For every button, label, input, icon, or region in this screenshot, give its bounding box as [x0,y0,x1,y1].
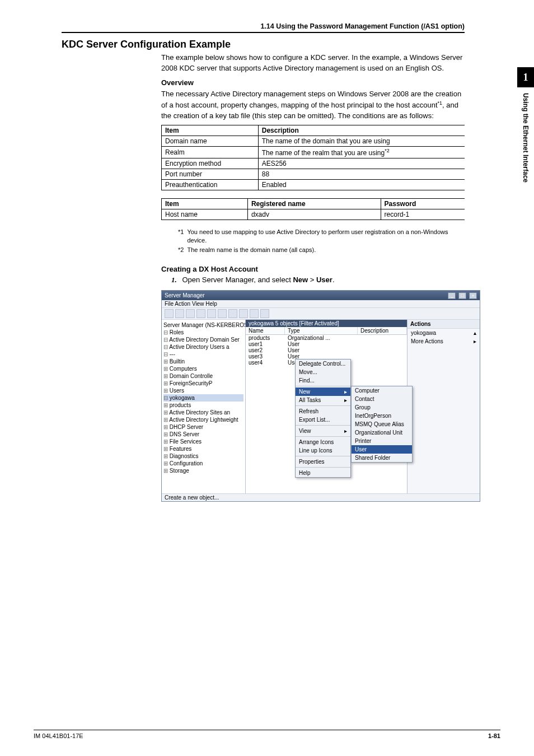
toolbar-icon[interactable] [218,309,227,318]
list-pane: yokogawa 5 objects [Filter Activated] Na… [246,320,407,493]
table-row: PreauthenticationEnabled [162,179,465,190]
tree-yokogawa[interactable]: ⊟ yokogawa [163,394,243,402]
side-tab: 1 Using the Ethernet Interface [517,67,534,183]
table-row: Domain nameThe name of the domain that y… [162,136,465,146]
window-title: Server Manager [165,292,205,298]
menu-item[interactable]: Delegate Control... [296,360,350,368]
menu-item[interactable]: MSMQ Queue Alias [352,420,412,428]
footnotes: *1You need to use mapping to use Active … [178,228,465,255]
close-icon[interactable]: × [469,292,477,299]
menu-item[interactable]: Computer [352,386,412,395]
menu-item[interactable]: Contact [352,395,412,403]
page-footer: IM 04L41B01-17E 1-81 [34,730,500,739]
toolbar-icon[interactable] [228,309,237,318]
menu-item[interactable]: User [352,445,412,454]
toolbar-icon[interactable] [239,309,248,318]
list-header: yokogawa 5 objects [Filter Activated] [246,320,407,327]
actions-more[interactable]: More Actions▸ [407,337,480,346]
menu-item[interactable]: Refresh [296,407,350,416]
nav-back-icon[interactable] [165,309,174,318]
tree-adsites[interactable]: ⊞ Active Directory Sites an [163,409,243,416]
tree-computers[interactable]: ⊞ Computers [163,365,243,372]
tree-adua[interactable]: ⊟ Active Directory Users a [163,343,243,351]
tree-domaincontrollers[interactable]: ⊞ Domain Controlle [163,372,243,380]
page-content: 1.14 Using the Password Management Funct… [0,0,498,502]
page-title: KDC Server Configuration Example [62,39,465,50]
hostname-table: ItemRegistered namePasswordHost namedxad… [161,198,465,220]
overview-paragraph: The necessary Active Directory managemen… [161,89,465,122]
menu-item[interactable]: New▸ [296,388,350,396]
menu-item[interactable]: Group [352,403,412,412]
table-row: RealmThe name of the realm that you are … [162,146,465,158]
toolbar-icon[interactable] [186,309,195,318]
menu-item[interactable]: Line up Icons [296,446,350,455]
tree-products[interactable]: ⊞ products [163,402,243,409]
table-header: Item [162,125,259,136]
tree-adds[interactable]: ⊟ Active Directory Domain Ser [163,336,243,343]
actions-header: Actions [407,320,480,329]
tree-users[interactable]: ⊞ Users [163,387,243,394]
chevron-right-icon: ▸ [474,338,476,344]
col-name[interactable]: Name [246,327,285,334]
tree-foreign[interactable]: ⊞ ForeignSecurityP [163,380,243,387]
col-desc[interactable]: Description [358,327,407,334]
menu-item[interactable]: Printer [352,437,412,445]
tree-features[interactable]: ⊞ Features [163,445,243,452]
list-item[interactable]: productsOrganizational ... [246,335,407,341]
footnote: *1You need to use mapping to use Active … [178,228,465,245]
section-header: 1.14 Using the Password Management Funct… [62,22,465,33]
tree-root[interactable]: Server Manager (NS-KERBEROS) [163,321,243,329]
menu-item[interactable]: View▸ [296,427,350,435]
toolbar-icon[interactable] [207,309,216,318]
page-number: 1-81 [488,732,500,739]
tree-filesvc[interactable]: ⊞ File Services [163,438,243,445]
conditions-table: ItemDescriptionDomain nameThe name of th… [161,125,465,190]
tree-domain[interactable]: ⊟ --- [163,351,243,358]
table-header: Item [162,198,248,209]
nav-tree[interactable]: Server Manager (NS-KERBEROS) ⊟ Roles ⊟ A… [162,320,246,493]
menu-item[interactable]: Arrange Icons [296,438,350,446]
window-menubar[interactable]: File Action View Help [162,300,480,307]
tree-dhcp[interactable]: ⊞ DHCP Server [163,423,243,431]
overview-heading: Overview [161,78,465,87]
menu-item[interactable]: Shared Folder [352,454,412,462]
context-menu[interactable]: Delegate Control...Move...Find...New▸All… [295,359,351,478]
actions-section[interactable]: yokogawa▴ [407,329,480,337]
minimize-icon[interactable]: _ [448,292,456,299]
menu-item[interactable]: InetOrgPerson [352,412,412,420]
tree-storage[interactable]: ⊞ Storage [163,467,243,474]
help-icon[interactable] [250,309,259,318]
footnote: *2The realm name is the domain name (all… [178,246,465,254]
window-toolbar[interactable] [162,307,480,320]
menu-item[interactable]: Export List... [296,416,350,424]
menu-item[interactable]: Find... [296,376,350,385]
list-columns: Name Type Description [246,327,407,335]
window-buttons: _ □ × [447,292,477,299]
tree-diag[interactable]: ⊞ Diagnostics [163,452,243,460]
list-item[interactable]: user1User [246,341,407,347]
context-submenu[interactable]: ComputerContactGroupInetOrgPersonMSMQ Qu… [351,386,413,463]
menu-item[interactable]: Move... [296,368,350,376]
maximize-icon[interactable]: □ [458,292,466,299]
list-item[interactable]: user2User [246,347,407,353]
chevron-up-icon: ▴ [474,330,476,336]
toolbar-icon[interactable] [260,309,269,318]
nav-forward-icon[interactable] [175,309,184,318]
status-bar: Create a new object... [162,493,480,501]
table-header: Description [258,125,465,136]
col-type[interactable]: Type [285,327,358,334]
intro-paragraph: The example below shows how to configure… [161,53,465,74]
tree-roles[interactable]: ⊟ Roles [163,329,243,336]
menu-item[interactable]: Properties [296,458,350,466]
menu-item[interactable]: Organizational Unit [352,428,412,437]
menu-item[interactable]: All Tasks▸ [296,396,350,404]
tree-adlight[interactable]: ⊞ Active Directory Lightweight [163,416,243,423]
tree-builtin[interactable]: ⊞ Builtin [163,358,243,365]
tree-dns[interactable]: ⊞ DNS Server [163,431,243,438]
chapter-index: 1 [517,67,534,87]
tree-config[interactable]: ⊞ Configuration [163,460,243,467]
table-row: Encryption methodAES256 [162,158,465,169]
toolbar-icon[interactable] [196,309,205,318]
menu-item[interactable]: Help [296,469,350,477]
table-row: Host namedxadvrecord-1 [162,209,465,220]
